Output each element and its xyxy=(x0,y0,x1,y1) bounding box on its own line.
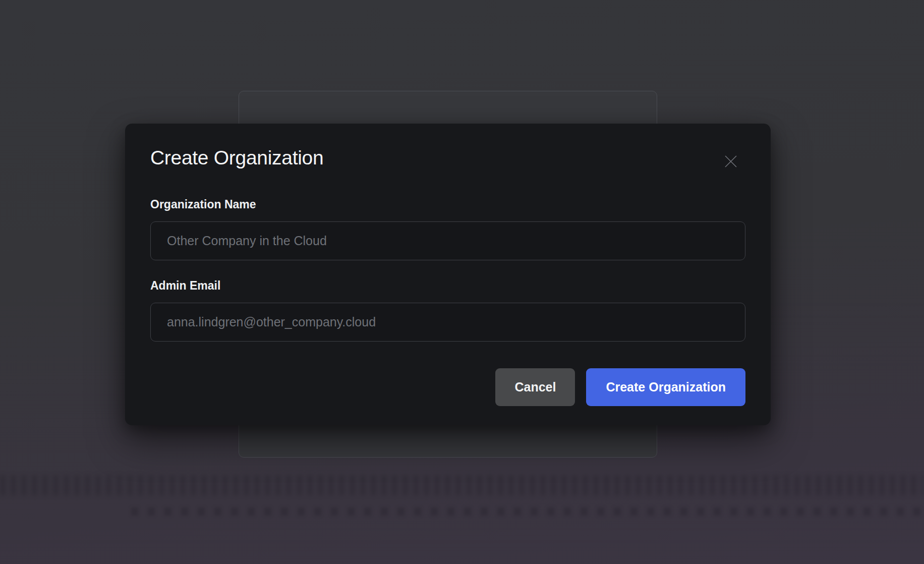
create-organization-button[interactable]: Create Organization xyxy=(586,368,745,406)
organization-name-input[interactable] xyxy=(150,221,745,260)
page-background: Create Organization Organization Name Ad… xyxy=(0,0,924,564)
dialog-footer: Cancel Create Organization xyxy=(150,368,745,406)
admin-email-input[interactable] xyxy=(150,303,745,342)
close-button[interactable] xyxy=(722,153,739,170)
dialog-title: Create Organization xyxy=(150,146,745,170)
organization-name-label: Organization Name xyxy=(150,197,745,211)
admin-email-label: Admin Email xyxy=(150,278,745,293)
organization-name-field-group: Organization Name xyxy=(150,197,745,260)
create-organization-dialog: Create Organization Organization Name Ad… xyxy=(125,124,771,425)
backdrop-texture-stripes xyxy=(0,475,924,495)
cancel-button[interactable]: Cancel xyxy=(495,368,575,406)
x-close-icon xyxy=(723,154,738,169)
backdrop-texture-squares xyxy=(131,507,924,516)
admin-email-field-group: Admin Email xyxy=(150,278,745,342)
